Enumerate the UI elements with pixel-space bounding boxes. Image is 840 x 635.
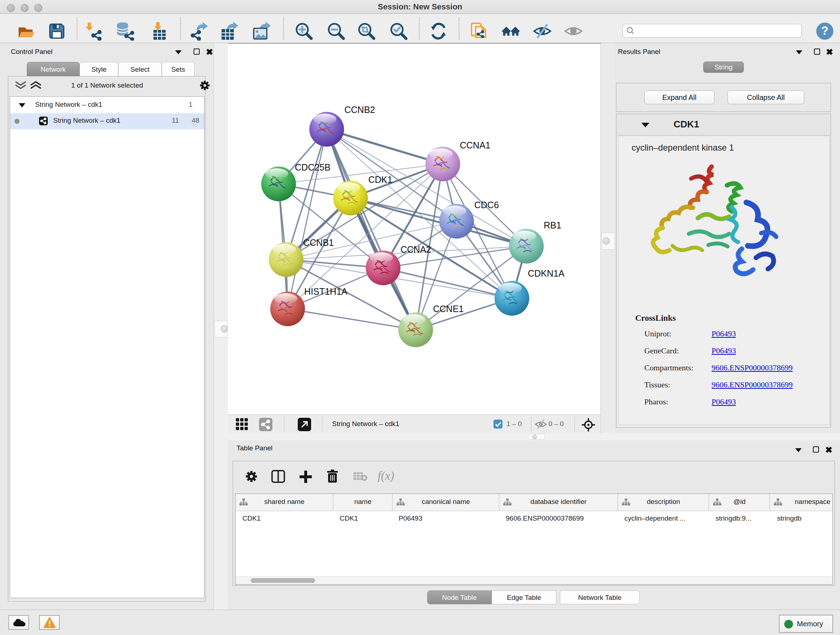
svg-text:CCNB2: CCNB2: [344, 105, 375, 115]
svg-text:CCNA2: CCNA2: [401, 244, 431, 255]
svg-text:?: ?: [821, 24, 829, 37]
svg-text:CCNE1: CCNE1: [433, 304, 464, 314]
svg-text:CCNA1: CCNA1: [460, 140, 491, 150]
svg-text:CDC6: CDC6: [474, 200, 499, 210]
svg-text:CDC25B: CDC25B: [295, 162, 331, 172]
svg-text:RB1: RB1: [544, 220, 561, 230]
svg-text:CDKN1A: CDKN1A: [528, 268, 565, 279]
svg-text:CDK1: CDK1: [368, 174, 393, 185]
svg-text:HIST1H1A: HIST1H1A: [304, 287, 347, 296]
svg-text:CCNB1: CCNB1: [303, 238, 334, 248]
